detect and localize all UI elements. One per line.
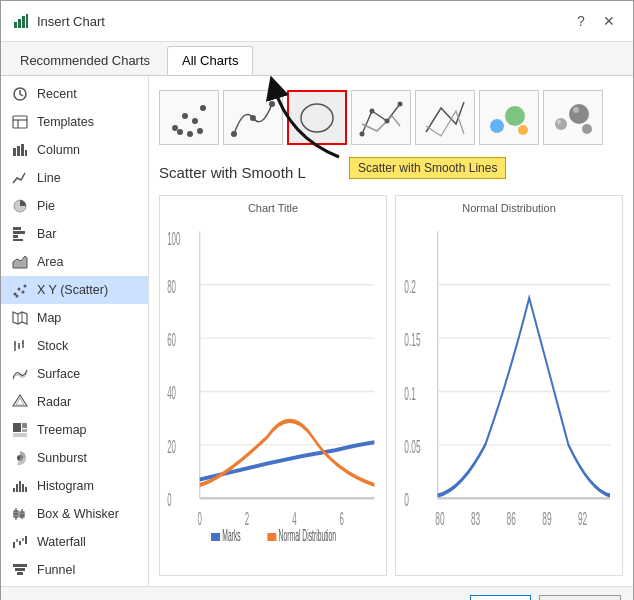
svg-rect-43 xyxy=(25,487,27,492)
svg-text:0.2: 0.2 xyxy=(404,276,416,297)
svg-rect-9 xyxy=(17,146,20,156)
surface-icon xyxy=(11,365,29,383)
preview-normal-dist: Normal Distribution 0 0.05 xyxy=(395,195,623,576)
sidebar-item-funnel[interactable]: Funnel xyxy=(1,556,148,584)
sidebar-item-stock[interactable]: Stock xyxy=(1,332,148,360)
svg-text:6: 6 xyxy=(339,508,343,529)
svg-rect-2 xyxy=(22,16,25,28)
svg-point-81 xyxy=(569,104,589,124)
sidebar-label-waterfall: Waterfall xyxy=(37,535,86,549)
svg-text:0.1: 0.1 xyxy=(404,383,416,404)
svg-point-21 xyxy=(24,285,27,288)
histogram-icon xyxy=(11,477,29,495)
sidebar-item-bar[interactable]: Bar xyxy=(1,220,148,248)
chart-type-bubble[interactable] xyxy=(479,90,539,145)
svg-marker-32 xyxy=(13,395,27,406)
svg-text:Normal Distribution: Normal Distribution xyxy=(279,527,337,545)
sidebar-item-radar[interactable]: Radar xyxy=(1,388,148,416)
ok-button[interactable]: OK xyxy=(470,595,531,600)
sidebar-label-boxwhisker: Box & Whisker xyxy=(37,507,119,521)
svg-point-69 xyxy=(250,115,256,121)
svg-text:40: 40 xyxy=(167,383,176,404)
sidebar: Recent Templates Column Li xyxy=(1,76,149,586)
line-chart-icon xyxy=(11,169,29,187)
sidebar-label-bar: Bar xyxy=(37,227,56,241)
sidebar-item-combo[interactable]: Combo xyxy=(1,584,148,586)
sidebar-item-surface[interactable]: Surface xyxy=(1,360,148,388)
svg-text:100: 100 xyxy=(167,228,180,249)
svg-text:Marks: Marks xyxy=(222,527,240,545)
chart-type-scatter-smooth-markers[interactable] xyxy=(223,90,283,145)
svg-text:60: 60 xyxy=(167,329,176,350)
sidebar-label-histogram: Histogram xyxy=(37,479,94,493)
svg-point-82 xyxy=(573,107,579,113)
preview-chart-title: Chart Title 0 20 40 xyxy=(159,195,387,576)
chart-type-scatter-smooth-lines[interactable] xyxy=(287,90,347,145)
chart-label: Scatter with Smooth L xyxy=(159,164,306,181)
svg-rect-34 xyxy=(13,423,21,432)
sidebar-label-funnel: Funnel xyxy=(37,563,75,577)
sidebar-item-sunburst[interactable]: Sunburst xyxy=(1,444,148,472)
sidebar-item-pie[interactable]: Pie xyxy=(1,192,148,220)
chart-type-scatter-straight-markers[interactable] xyxy=(351,90,411,145)
insert-chart-dialog: Insert Chart ? ✕ Recommended Charts All … xyxy=(0,0,634,600)
svg-rect-57 xyxy=(17,572,23,575)
cancel-button[interactable]: Cancel xyxy=(539,595,621,600)
svg-text:92: 92 xyxy=(578,508,587,529)
help-button[interactable]: ? xyxy=(569,9,593,33)
sidebar-label-stock: Stock xyxy=(37,339,68,353)
svg-rect-52 xyxy=(19,541,21,545)
svg-point-74 xyxy=(385,118,390,123)
tab-all-charts[interactable]: All Charts xyxy=(167,46,253,75)
svg-point-63 xyxy=(177,129,183,135)
svg-rect-39 xyxy=(13,488,15,492)
svg-point-72 xyxy=(360,131,365,136)
sidebar-item-boxwhisker[interactable]: Box & Whisker xyxy=(1,500,148,528)
sidebar-label-recent: Recent xyxy=(37,87,77,101)
chart-type-bubble-3d[interactable] xyxy=(543,90,603,145)
pie-icon xyxy=(11,197,29,215)
funnel-icon xyxy=(11,561,29,579)
svg-point-68 xyxy=(231,131,237,137)
sidebar-label-treemap: Treemap xyxy=(37,423,87,437)
sidebar-item-map[interactable]: Map xyxy=(1,304,148,332)
sidebar-item-column[interactable]: Column xyxy=(1,136,148,164)
sidebar-item-area[interactable]: Area xyxy=(1,248,148,276)
dialog-footer: OK Cancel xyxy=(1,586,633,600)
chart-type-scatter[interactable] xyxy=(159,90,219,145)
svg-rect-3 xyxy=(26,14,28,28)
preview-area: Chart Title 0 20 40 xyxy=(159,195,623,576)
svg-text:80: 80 xyxy=(435,508,444,529)
sidebar-label-column: Column xyxy=(37,143,80,157)
stock-icon xyxy=(11,337,29,355)
sidebar-item-treemap[interactable]: Treemap xyxy=(1,416,148,444)
sidebar-item-templates[interactable]: Templates xyxy=(1,108,148,136)
map-icon xyxy=(11,309,29,327)
svg-rect-55 xyxy=(13,564,27,567)
title-bar-left: Insert Chart xyxy=(13,13,105,29)
sidebar-item-recent[interactable]: Recent xyxy=(1,80,148,108)
chart-type-scatter-straight-lines[interactable] xyxy=(415,90,475,145)
svg-rect-5 xyxy=(13,116,27,128)
svg-point-61 xyxy=(172,125,178,131)
area-icon xyxy=(11,253,29,271)
svg-point-83 xyxy=(582,124,592,134)
dialog-title: Insert Chart xyxy=(37,14,105,29)
svg-text:89: 89 xyxy=(542,508,551,529)
sidebar-item-histogram[interactable]: Histogram xyxy=(1,472,148,500)
sidebar-item-waterfall[interactable]: Waterfall xyxy=(1,528,148,556)
chart-types-row xyxy=(159,86,623,149)
close-button[interactable]: ✕ xyxy=(597,9,621,33)
tab-recommended[interactable]: Recommended Charts xyxy=(5,46,165,75)
sidebar-item-xyscatter[interactable]: X Y (Scatter) xyxy=(1,276,148,304)
sidebar-item-line[interactable]: Line xyxy=(1,164,148,192)
title-bar-controls: ? ✕ xyxy=(569,9,621,33)
svg-rect-103 xyxy=(267,533,276,541)
svg-point-19 xyxy=(18,288,21,291)
sidebar-label-pie: Pie xyxy=(37,199,55,213)
svg-text:83: 83 xyxy=(471,508,480,529)
svg-rect-36 xyxy=(22,429,27,432)
svg-rect-11 xyxy=(25,150,27,156)
svg-text:80: 80 xyxy=(167,276,176,297)
svg-text:0: 0 xyxy=(404,489,409,510)
